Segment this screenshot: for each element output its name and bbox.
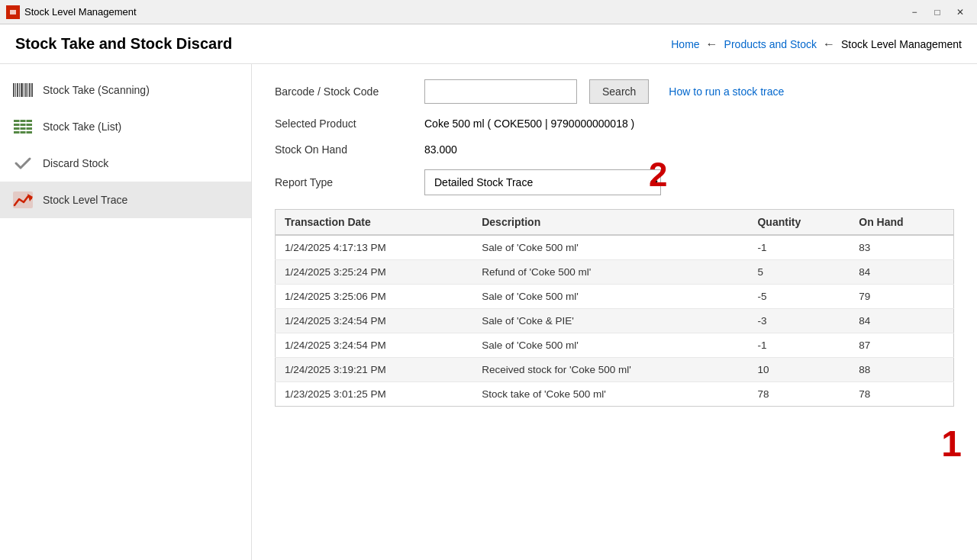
table-row: 1/24/2025 4:17:13 PMSale of 'Coke 500 ml… xyxy=(276,235,954,260)
sidebar-label-stock-take-list: Stock Take (List) xyxy=(43,121,121,133)
sidebar: Stock Take (Scanning) Stock Take (List) xyxy=(0,64,252,560)
cell-date: 1/23/2025 3:01:25 PM xyxy=(276,382,473,407)
cell-quantity: -5 xyxy=(748,285,850,309)
sidebar-label-discard-stock: Discard Stock xyxy=(43,157,108,169)
svg-rect-5 xyxy=(15,83,16,97)
cell-date: 1/24/2025 3:25:24 PM xyxy=(276,260,473,285)
breadcrumb-current: Stock Level Management xyxy=(841,38,962,50)
barcode-input[interactable] xyxy=(424,79,577,104)
svg-rect-12 xyxy=(29,83,31,97)
svg-rect-14 xyxy=(14,120,32,122)
svg-rect-7 xyxy=(19,83,20,97)
cell-date: 1/24/2025 3:19:21 PM xyxy=(276,358,473,382)
report-type-row: Report Type Detailed Stock Trace Summary… xyxy=(275,169,954,195)
cell-on_hand: 87 xyxy=(850,333,953,358)
trace-table: Transaction Date Description Quantity On… xyxy=(275,209,954,407)
selected-product-row: Selected Product Coke 500 ml ( COKE500 |… xyxy=(275,117,954,130)
breadcrumb-arrow-1: ← xyxy=(706,37,718,51)
cell-date: 1/24/2025 3:24:54 PM xyxy=(276,333,473,358)
table-row: 1/24/2025 3:19:21 PMReceived stock for '… xyxy=(276,358,954,382)
stock-on-hand-label: Stock On Hand xyxy=(275,143,412,156)
report-type-select[interactable]: Detailed Stock Trace Summary Stock Trace xyxy=(424,169,661,195)
sidebar-item-stock-level-trace[interactable]: Stock Level Trace xyxy=(0,182,251,218)
selected-product-value: Coke 500 ml ( COKE500 | 9790000000018 ) xyxy=(424,117,634,130)
app-window: Stock Take and Stock Discard Home ← Prod… xyxy=(0,24,977,560)
report-type-label: Report Type xyxy=(275,176,412,188)
svg-rect-9 xyxy=(24,83,24,97)
svg-rect-8 xyxy=(21,83,23,97)
stock-on-hand-value: 83.000 xyxy=(424,143,457,156)
table-row: 1/24/2025 3:25:24 PMRefund of 'Coke 500 … xyxy=(276,260,954,285)
close-button[interactable]: ✕ xyxy=(950,5,971,20)
breadcrumb-products[interactable]: Products and Stock xyxy=(724,38,817,50)
list-icon xyxy=(12,116,34,137)
howto-link[interactable]: How to run a stock trace xyxy=(669,85,784,98)
cell-quantity: 10 xyxy=(748,358,850,382)
breadcrumb-arrow-2: ← xyxy=(823,37,835,51)
barcode-row: Barcode / Stock Code Search How to run a… xyxy=(275,79,954,104)
app-icon xyxy=(6,5,20,19)
col-quantity: Quantity xyxy=(748,210,850,236)
svg-rect-17 xyxy=(14,131,32,134)
cell-date: 1/24/2025 4:17:13 PM xyxy=(276,235,473,260)
cell-description: Received stock for 'Coke 500 ml' xyxy=(472,358,748,382)
cell-description: Refund of 'Coke 500 ml' xyxy=(472,260,748,285)
table-row: 1/24/2025 3:24:54 PMSale of 'Coke & PIE'… xyxy=(276,309,954,333)
svg-rect-11 xyxy=(27,83,28,97)
window-controls: − □ ✕ xyxy=(904,5,971,20)
svg-rect-4 xyxy=(13,83,15,97)
breadcrumb: Home ← Products and Stock ← Stock Level … xyxy=(671,37,962,51)
svg-rect-16 xyxy=(14,127,32,130)
sidebar-item-stock-take-list[interactable]: Stock Take (List) xyxy=(0,108,251,145)
cell-date: 1/24/2025 3:24:54 PM xyxy=(276,309,473,333)
svg-rect-10 xyxy=(25,83,27,97)
cell-description: Sale of 'Coke 500 ml' xyxy=(472,333,748,358)
main-content: Stock Take (Scanning) Stock Take (List) xyxy=(0,64,977,560)
sidebar-item-discard-stock[interactable]: Discard Stock xyxy=(0,145,251,182)
cell-quantity: 78 xyxy=(748,382,850,407)
table-header-row: Transaction Date Description Quantity On… xyxy=(276,210,954,236)
cell-on_hand: 79 xyxy=(850,285,953,309)
titlebar: Stock Level Management − □ ✕ xyxy=(0,0,977,24)
check-icon xyxy=(12,153,34,174)
annotation-1: 1 xyxy=(941,423,962,465)
sidebar-label-stock-level-trace: Stock Level Trace xyxy=(43,194,127,206)
breadcrumb-home[interactable]: Home xyxy=(671,38,699,50)
cell-on_hand: 84 xyxy=(850,260,953,285)
svg-rect-6 xyxy=(17,83,18,97)
cell-on_hand: 83 xyxy=(850,235,953,260)
trace-icon xyxy=(12,189,34,211)
cell-description: Sale of 'Coke & PIE' xyxy=(472,309,748,333)
cell-quantity: -1 xyxy=(748,235,850,260)
col-description: Description xyxy=(472,210,748,236)
cell-description: Stock take of 'Coke 500 ml' xyxy=(472,382,748,407)
cell-description: Sale of 'Coke 500 ml' xyxy=(472,235,748,260)
barcode-label: Barcode / Stock Code xyxy=(275,85,412,98)
cell-on_hand: 88 xyxy=(850,358,953,382)
sidebar-label-stock-take-scanning: Stock Take (Scanning) xyxy=(43,84,150,96)
stock-on-hand-row: Stock On Hand 83.000 xyxy=(275,143,954,156)
cell-quantity: -1 xyxy=(748,333,850,358)
maximize-button[interactable]: □ xyxy=(927,5,948,20)
page-title: Stock Take and Stock Discard xyxy=(15,35,671,53)
search-button[interactable]: Search xyxy=(589,79,649,104)
sidebar-item-stock-take-scanning[interactable]: Stock Take (Scanning) xyxy=(0,72,251,108)
col-on-hand: On Hand xyxy=(850,210,953,236)
table-row: 1/24/2025 3:24:54 PMSale of 'Coke 500 ml… xyxy=(276,333,954,358)
cell-date: 1/24/2025 3:25:06 PM xyxy=(276,285,473,309)
barcode-icon xyxy=(12,79,34,101)
svg-rect-15 xyxy=(14,124,32,126)
cell-on_hand: 84 xyxy=(850,309,953,333)
app-header: Stock Take and Stock Discard Home ← Prod… xyxy=(0,24,977,64)
col-transaction-date: Transaction Date xyxy=(276,210,473,236)
svg-rect-13 xyxy=(31,83,33,97)
cell-description: Sale of 'Coke 500 ml' xyxy=(472,285,748,309)
cell-on_hand: 78 xyxy=(850,382,953,407)
table-row: 1/24/2025 3:25:06 PMSale of 'Coke 500 ml… xyxy=(276,285,954,309)
table-row: 1/23/2025 3:01:25 PMStock take of 'Coke … xyxy=(276,382,954,407)
right-panel: Barcode / Stock Code Search How to run a… xyxy=(252,64,977,560)
cell-quantity: 5 xyxy=(748,260,850,285)
selected-product-label: Selected Product xyxy=(275,117,412,130)
minimize-button[interactable]: − xyxy=(904,5,925,20)
titlebar-title: Stock Level Management xyxy=(24,6,904,18)
